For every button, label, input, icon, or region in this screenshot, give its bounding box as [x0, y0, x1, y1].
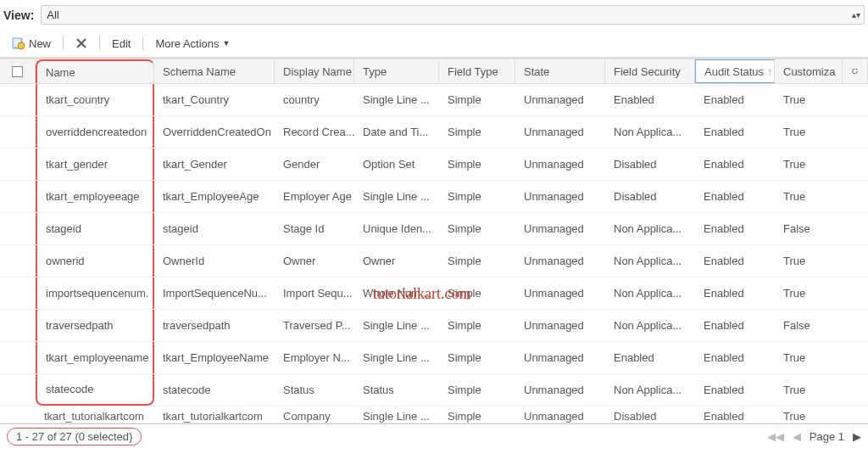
cell-state: Unmanaged: [515, 116, 605, 148]
row-checkbox[interactable]: [0, 181, 36, 212]
cell-customizable: True: [775, 277, 843, 309]
row-checkbox[interactable]: [0, 342, 36, 373]
cell-schema: OverriddenCreatedOn: [154, 116, 275, 148]
table-row[interactable]: importsequencenum.ImportSequenceNu...Imp…: [0, 277, 868, 310]
table-row[interactable]: tkart_employeeagetkart_EmployeeAgeEmploy…: [0, 181, 868, 213]
column-checkbox[interactable]: [0, 59, 36, 83]
column-field-type[interactable]: Field Type: [439, 59, 515, 83]
cell-customizable: False: [775, 310, 843, 341]
cell-audit: Enabled: [695, 277, 775, 309]
table-row[interactable]: tkart_countrytkart_CountrycountrySingle …: [0, 84, 868, 116]
cell-customizable: True: [775, 342, 843, 373]
column-name[interactable]: Name: [36, 59, 154, 83]
refresh-icon: [851, 64, 859, 78]
cell-schema: ImportSequenceNu...: [154, 277, 275, 309]
table-row[interactable]: stageidstageidStage IdUnique Iden...Simp…: [0, 213, 868, 245]
cell-display: Stage Id: [275, 213, 354, 244]
column-schema-name[interactable]: Schema Name: [154, 59, 275, 83]
cell-customizable: True: [775, 406, 843, 423]
separator: [99, 36, 100, 50]
edit-label: Edit: [112, 37, 131, 50]
row-checkbox[interactable]: [0, 116, 36, 148]
new-button[interactable]: New: [8, 35, 54, 52]
prev-page-button[interactable]: ◀: [793, 430, 801, 443]
new-icon: [12, 36, 25, 50]
grid: Name Schema Name Display Name Type Field…: [0, 58, 868, 423]
cell-customizable: True: [775, 181, 843, 212]
table-row[interactable]: traversedpathtraversedpathTraversed P...…: [0, 310, 868, 342]
view-label: View:: [3, 8, 34, 22]
toolbar: New Edit More Actions ▼: [0, 30, 868, 58]
cell-display: Company: [275, 406, 354, 423]
sort-asc-icon: ↑: [767, 65, 773, 78]
cell-display: Import Sequ...: [275, 277, 354, 309]
delete-icon: [75, 37, 87, 49]
cell-display: Employer Age: [275, 181, 354, 212]
cell-name: tkart_tutorialkartcom: [36, 406, 154, 423]
row-checkbox[interactable]: [0, 374, 36, 406]
cell-field-type: Simple: [439, 213, 515, 244]
cell-state: Unmanaged: [515, 84, 605, 115]
column-audit-status[interactable]: Audit Status ↑: [695, 59, 775, 83]
cell-name: ownerid: [36, 245, 154, 277]
checkbox-icon[interactable]: [12, 66, 23, 77]
svg-point-2: [18, 42, 25, 49]
row-checkbox[interactable]: [0, 84, 36, 115]
cell-customizable: True: [775, 374, 843, 406]
cell-schema: tkart_Gender: [154, 148, 275, 180]
cell-customizable: True: [775, 148, 843, 180]
cell-state: Unmanaged: [515, 406, 605, 423]
footer: 1 - 27 of 27 (0 selected) ◀◀ ◀ Page 1 ▶: [0, 423, 868, 449]
cell-field-security: Enabled: [605, 342, 695, 373]
cell-name: importsequencenum.: [36, 277, 154, 309]
separator: [142, 36, 143, 50]
row-checkbox[interactable]: [0, 148, 36, 180]
column-display-name[interactable]: Display Name: [275, 59, 354, 83]
cell-field-security: Disabled: [605, 181, 695, 212]
delete-button[interactable]: [72, 36, 91, 51]
cell-field-security: Disabled: [605, 406, 695, 423]
cell-field-security: Non Applica...: [605, 374, 695, 406]
table-row[interactable]: owneridOwnerIdOwnerOwnerSimpleUnmanagedN…: [0, 245, 868, 277]
cell-display: Owner: [275, 245, 354, 277]
view-select-value: All: [47, 8, 58, 21]
cell-customizable: True: [775, 245, 843, 277]
cell-schema: statecode: [154, 374, 275, 406]
table-row[interactable]: statecodestatecodeStatusStatusSimpleUnma…: [0, 374, 868, 406]
column-customizable[interactable]: Customiza: [775, 59, 843, 83]
row-checkbox[interactable]: [0, 245, 36, 277]
refresh-button[interactable]: [843, 59, 868, 83]
cell-field-security: Non Applica...: [605, 310, 695, 341]
cell-schema: traversedpath: [154, 310, 275, 341]
row-checkbox[interactable]: [0, 310, 36, 341]
cell-display: country: [275, 84, 354, 115]
column-field-security[interactable]: Field Security: [605, 59, 695, 83]
cell-schema: tkart_EmployeeName: [154, 342, 275, 373]
cell-schema: stageid: [154, 213, 275, 244]
view-select[interactable]: All ▴▾: [41, 5, 865, 25]
more-actions-button[interactable]: More Actions ▼: [152, 36, 233, 52]
table-row[interactable]: overriddencreatedonOverriddenCreatedOnRe…: [0, 116, 868, 148]
cell-state: Unmanaged: [515, 181, 605, 212]
column-state[interactable]: State: [515, 59, 605, 83]
column-type[interactable]: Type: [354, 59, 439, 83]
cell-field-type: Simple: [439, 277, 515, 309]
cell-state: Unmanaged: [515, 213, 605, 244]
cell-name: traversedpath: [36, 310, 154, 341]
row-checkbox[interactable]: [0, 213, 36, 244]
cell-type: Status: [354, 374, 439, 406]
chevron-updown-icon: ▴▾: [852, 11, 860, 20]
first-page-button[interactable]: ◀◀: [767, 430, 784, 443]
edit-button[interactable]: Edit: [108, 36, 134, 52]
cell-type: Unique Iden...: [354, 213, 439, 244]
cell-customizable: True: [775, 84, 843, 115]
table-row[interactable]: tkart_gendertkart_GenderGenderOption Set…: [0, 148, 868, 181]
next-page-button[interactable]: ▶: [853, 430, 861, 443]
table-row[interactable]: tkart_employeenametkart_EmployeeNameEmpl…: [0, 342, 868, 374]
cell-field-security: Non Applica...: [605, 277, 695, 309]
cell-type: Option Set: [354, 148, 439, 180]
cell-display: Traversed P...: [275, 310, 354, 341]
table-row[interactable]: tkart_tutorialkartcom tkart_tutorialkart…: [0, 406, 868, 423]
page-label: Page 1: [810, 430, 844, 443]
row-checkbox[interactable]: [0, 277, 36, 309]
